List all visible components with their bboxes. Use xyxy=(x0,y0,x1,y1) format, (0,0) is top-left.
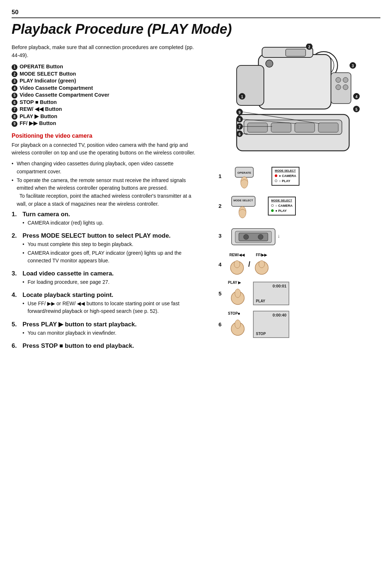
svg-text:8: 8 xyxy=(238,118,241,122)
stop-hand-svg xyxy=(228,316,248,336)
svg-text:5: 5 xyxy=(355,108,358,112)
svg-text:2: 2 xyxy=(308,45,310,49)
svg-point-17 xyxy=(336,85,341,90)
part-label-2: MODE SELECT Button xyxy=(20,71,76,77)
step-diag-4: 4 REW/◀◀ / FF/▶▶ xyxy=(219,253,367,276)
svg-text:6: 6 xyxy=(238,132,241,136)
ms-title-2: MODE SELECT xyxy=(271,198,293,203)
ff-svg xyxy=(253,257,271,275)
part-label-5: Video Cassette Compartment Cover xyxy=(20,92,109,98)
play-hand: PLAY ▶ xyxy=(228,281,248,306)
svg-point-7 xyxy=(266,60,273,67)
part-label-1: OPERATE Button xyxy=(20,64,63,69)
step-3: 3. Load video cassette in camera. For lo… xyxy=(12,270,200,286)
svg-rect-25 xyxy=(248,123,268,132)
step6-content: STOP■ 0:00:40 STOP xyxy=(228,311,289,338)
play-dot-2 xyxy=(271,209,274,212)
step-diag-6: 6 STOP■ 0:00:40 STOP xyxy=(219,311,367,338)
step-bullet: For loading procedure, see page 27. xyxy=(23,278,200,286)
camera-dot-2 xyxy=(271,204,274,207)
num-circle-7: 7 xyxy=(12,107,17,113)
step-diag-num-5: 5 xyxy=(219,290,224,297)
svg-rect-26 xyxy=(271,123,291,132)
intro-text: Before playback, make sure that all conn… xyxy=(12,44,200,60)
step-num-6: 6. xyxy=(12,342,19,350)
step-diag-num-1: 1 xyxy=(219,173,224,179)
step-diag-num-3: 3 xyxy=(219,233,224,239)
step-bullet: CAMERA indicator goes off, PLAY indicato… xyxy=(23,249,200,265)
list-item: 8 PLAY ▶ Button xyxy=(12,113,200,120)
svg-point-50 xyxy=(244,234,249,239)
svg-point-58 xyxy=(235,289,241,298)
svg-text:OPERATE: OPERATE xyxy=(237,171,252,174)
step-title-2: Press MODE SELECT button to select PLAY … xyxy=(23,232,171,239)
svg-point-18 xyxy=(343,85,348,90)
step-num-2: 2. xyxy=(12,232,19,239)
num-circle-6: 6 xyxy=(12,100,17,105)
step-title-4: Locate playback starting point. xyxy=(23,291,113,299)
num-circle-4: 4 xyxy=(12,85,17,91)
svg-text:↓: ↓ xyxy=(278,233,280,239)
camera-dot-1 xyxy=(275,174,277,177)
part-label-6: STOP ■ Button xyxy=(20,99,57,105)
part-label-8: PLAY ▶ Button xyxy=(20,113,57,119)
step-diag-3: 3 ↓ xyxy=(219,223,367,249)
step1-operate-svg: OPERATE xyxy=(228,164,264,189)
svg-text:7: 7 xyxy=(238,125,241,129)
step-num-4: 4. xyxy=(12,291,19,299)
play-dot-1 xyxy=(275,180,277,182)
camera-indicator-1: ● CAMERA xyxy=(275,173,296,178)
step-diag-num-2: 2 xyxy=(219,203,224,209)
svg-rect-49 xyxy=(239,233,268,241)
svg-text:4: 4 xyxy=(355,95,358,99)
svg-rect-4 xyxy=(237,65,264,105)
step-5: 5. Press PLAY ▶ button to start playback… xyxy=(12,321,200,337)
step-title-5: Press PLAY ▶ button to start playback. xyxy=(23,321,136,328)
camera-indicator-2: ○ CAMERA xyxy=(271,203,293,208)
svg-point-54 xyxy=(234,261,240,268)
svg-rect-27 xyxy=(295,123,315,132)
list-item: 4 Video Cassette Compartment xyxy=(12,85,200,92)
svg-point-56 xyxy=(259,261,265,268)
step-diag-num-4: 4 xyxy=(219,261,224,267)
step-2: 2. Press MODE SELECT button to select PL… xyxy=(12,232,200,265)
step-title-1: Turn camera on. xyxy=(23,211,70,218)
part-label-7: REW/ ◀◀ Button xyxy=(20,106,62,112)
svg-point-43 xyxy=(241,177,248,188)
step-num-5: 5. xyxy=(12,321,19,328)
camera-top-diagram: 2 3 1 4 xyxy=(215,44,367,156)
list-item: 2 MODE SELECT Button xyxy=(12,71,200,77)
step-title-3: Load video cassette in camera. xyxy=(23,270,114,277)
bullet-item: When changing video cassettes during pla… xyxy=(12,160,200,176)
rew-label: REW/◀◀ xyxy=(228,253,246,276)
page-number: 50 xyxy=(12,9,380,18)
step-num-1: 1. xyxy=(12,211,19,218)
section-positioning-title: Positioning the video camera xyxy=(12,133,200,139)
svg-rect-6 xyxy=(286,49,306,56)
num-circle-9: 9 xyxy=(12,121,17,127)
svg-text:1: 1 xyxy=(241,95,243,99)
step4-content: REW/◀◀ / FF/▶▶ xyxy=(228,253,271,276)
rew-svg xyxy=(228,257,246,275)
svg-point-46 xyxy=(239,206,246,218)
ms-title-1: MODE SELECT xyxy=(275,169,296,173)
num-circle-3: 3 xyxy=(12,78,17,84)
svg-text:MODE SELECT: MODE SELECT xyxy=(233,199,253,202)
part-label-4: Video Cassette Compartment xyxy=(20,85,93,91)
svg-point-15 xyxy=(336,77,341,82)
ff-label: FF/▶▶ xyxy=(253,253,271,276)
step-1: 1. Turn camera on. CAMERA indicator (red… xyxy=(12,211,200,227)
num-circle-1: 1 xyxy=(12,64,17,70)
bullet-item: To operate the camera, the remote sensor… xyxy=(12,177,200,208)
positioning-bullets: When changing video cassettes during pla… xyxy=(12,160,200,208)
step-bullet: CAMERA indicator (red) lights up. xyxy=(23,219,200,227)
svg-point-51 xyxy=(258,234,263,239)
svg-point-60 xyxy=(235,320,241,329)
stop-hand: STOP■ xyxy=(228,311,248,337)
step-4: 4. Locate playback starting point. Use F… xyxy=(12,291,200,315)
step5-content: PLAY ▶ 0:00:01 PLAY xyxy=(228,281,289,306)
step-bullet: Use FF/ ▶▶ or REW/ ◀◀ buttons to locate … xyxy=(23,300,200,315)
step-diag-num-6: 6 xyxy=(219,321,224,327)
svg-point-16 xyxy=(343,77,348,82)
slash-divider: / xyxy=(248,260,250,269)
